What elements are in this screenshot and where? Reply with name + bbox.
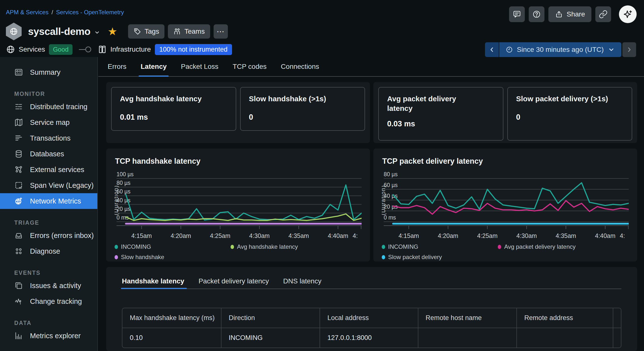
sidebar-item-external-services[interactable]: External services — [0, 162, 97, 178]
tab-connections[interactable]: Connections — [281, 57, 319, 76]
sidebar-section-data: DATA — [0, 318, 97, 328]
time-forward-button[interactable] — [622, 42, 636, 57]
stat-title: Avg packet delivery latency — [387, 94, 468, 113]
breadcrumb-separator: / — [51, 9, 53, 16]
copy-link-button[interactable] — [595, 6, 611, 22]
sidebar-item-span-view[interactable]: Span View (Legacy) — [0, 178, 97, 193]
svg-text:4:40am: 4:40am — [328, 232, 348, 239]
services-globe-icon — [6, 45, 15, 54]
tab-packet-loss[interactable]: Packet Loss — [181, 57, 218, 76]
status-row: Services Good Infrastructure 100% not in… — [6, 42, 232, 56]
stat-card-slow-handshake: Slow handshake (>1s) 0 — [240, 87, 365, 131]
latency-tables-panel: Handshake latency Packet delivery latenc… — [106, 267, 637, 351]
time-range-dropdown[interactable]: Since 30 minutes ago (UTC) — [499, 42, 622, 57]
legend-item[interactable]: INCOMING — [114, 243, 230, 250]
sidebar-item-transactions[interactable]: Transactions — [0, 130, 97, 146]
ellipsis-icon: ⋯ — [216, 27, 225, 36]
svg-text:4:35am: 4:35am — [556, 232, 576, 239]
handshake-latency-table: Max handshake latency (ms) Direction Loc… — [122, 308, 622, 348]
column-direction[interactable]: Direction — [221, 308, 320, 328]
column-local-address[interactable]: Local address — [320, 308, 418, 328]
stat-card-avg-packet-delivery: Avg packet delivery latency 0.03 ms — [378, 87, 504, 140]
infrastructure-icon — [98, 45, 107, 54]
sidebar-item-errors-inbox[interactable]: Errors (errors inbox) — [0, 228, 97, 243]
connector-line — [79, 46, 91, 52]
errors-inbox-icon — [14, 231, 23, 240]
stat-card-slow-packet-delivery: Slow packet delivery (>1s) 0 — [507, 87, 632, 140]
legend-item[interactable]: Avg packet delivery latency — [498, 243, 629, 250]
stat-card-avg-handshake: Avg handshake latency 0.01 ms — [111, 87, 236, 131]
tcp-handshake-latency-chart[interactable]: 0 ms20 µs40 µs60 µs80 µs100 µs(Duration)… — [114, 167, 362, 241]
more-options-button[interactable]: ⋯ — [214, 24, 228, 38]
stat-value: 0 — [249, 113, 356, 122]
entity-name: syscall-demo — [28, 26, 90, 37]
sidebar-section-triage: TRIAGE — [0, 218, 97, 228]
legend-item[interactable]: INCOMING — [382, 243, 498, 250]
sidebar-item-databases[interactable]: Databases — [0, 146, 97, 162]
services-status-badge[interactable]: Good — [49, 44, 72, 55]
tcp-packet-delivery-latency-chart[interactable]: 0 ms20 µs40 µs60 µs80 µs(Duration)4:15am… — [382, 167, 629, 241]
chart-legend: INCOMINGAvg handshake latencySlow handsh… — [114, 243, 362, 260]
svg-text:4:15am: 4:15am — [398, 232, 419, 239]
svg-text:4:30am: 4:30am — [516, 232, 537, 239]
sidebar-item-summary[interactable]: Summary — [0, 64, 97, 80]
legend-label: Slow handshake — [121, 254, 164, 260]
sidebar-section-events: EVENTS — [0, 268, 97, 278]
tcp-handshake-latency-panel: TCP handshake latency 0 ms20 µs40 µs60 µ… — [106, 148, 370, 262]
sidebar-item-issues-activity[interactable]: Issues & activity — [0, 278, 97, 294]
infrastructure-badge[interactable]: 100% not instrumented — [155, 44, 232, 55]
svg-text:4:: 4: — [353, 232, 358, 239]
tab-handshake-latency[interactable]: Handshake latency — [122, 274, 184, 288]
tab-errors[interactable]: Errors — [108, 57, 126, 76]
breadcrumb-link-services[interactable]: Services - OpenTelemetry — [56, 9, 124, 16]
databases-icon — [14, 150, 23, 158]
sidebar-item-metrics-explorer[interactable]: Metrics explorer — [0, 328, 97, 344]
sidebar-item-change-tracking[interactable]: Change tracking — [0, 294, 97, 309]
favorite-star-button[interactable]: ★ — [108, 26, 117, 37]
tab-packet-delivery-latency[interactable]: Packet delivery latency — [198, 274, 269, 288]
table-header-row: Max handshake latency (ms) Direction Loc… — [122, 308, 621, 328]
tags-button[interactable]: Tags — [128, 24, 164, 38]
legend-item[interactable]: Avg handshake latency — [230, 243, 362, 250]
page-tabs: Errors Latency Packet Loss TCP codes Con… — [98, 57, 644, 77]
table-row[interactable]: 0.10 INCOMING 127.0.0.1:8000 — [122, 328, 621, 348]
tab-tcp-codes[interactable]: TCP codes — [233, 57, 267, 76]
entity-name-dropdown[interactable]: syscall-demo — [22, 26, 100, 37]
legend-item[interactable]: Slow packet delivery — [382, 254, 498, 260]
tag-icon — [134, 28, 141, 36]
tab-dns-latency[interactable]: DNS latency — [283, 274, 322, 288]
legend-dot — [498, 245, 501, 249]
column-max-handshake-latency[interactable]: Max handshake latency (ms) — [122, 308, 221, 328]
breadcrumb-link-apm[interactable]: APM & Services — [6, 9, 48, 16]
latency-table-tabs: Handshake latency Packet delivery latenc… — [122, 274, 622, 289]
time-back-button[interactable] — [485, 42, 499, 57]
chevron-down-icon — [94, 29, 100, 36]
column-remote-address[interactable]: Remote address — [517, 308, 613, 328]
external-services-icon — [14, 165, 23, 174]
stat-title: Avg handshake latency — [120, 94, 227, 104]
tab-latency[interactable]: Latency — [140, 57, 167, 76]
column-remote-host-name[interactable]: Remote host name — [418, 308, 517, 328]
app-window: APM & Services/Services - OpenTelemetry … — [0, 0, 644, 351]
ai-sparkle-icon — [622, 9, 633, 20]
teams-button[interactable]: Teams — [168, 24, 210, 38]
cell-local-address: 127.0.0.1:8000 — [320, 328, 418, 348]
ai-assistant-button[interactable] — [619, 6, 637, 23]
cell-remote-address — [517, 328, 613, 348]
legend-label: INCOMING — [121, 243, 151, 250]
transactions-icon — [14, 134, 23, 142]
share-button[interactable]: Share — [548, 6, 592, 22]
metrics-explorer-icon — [14, 331, 23, 340]
sidebar-item-diagnose[interactable]: Diagnose — [0, 243, 97, 259]
sidebar-item-distributed-tracing[interactable]: Distributed tracing — [0, 99, 97, 114]
feedback-button[interactable] — [509, 6, 525, 22]
help-button[interactable] — [529, 6, 544, 22]
legend-item[interactable]: Slow handshake — [114, 254, 230, 260]
sidebar-item-network-metrics[interactable]: Network Metrics — [0, 193, 97, 209]
service-map-icon — [14, 118, 23, 127]
distributed-tracing-icon — [14, 102, 23, 111]
services-label: Services — [19, 46, 45, 53]
legend-label: Avg packet delivery latency — [504, 243, 576, 250]
sidebar-item-service-map[interactable]: Service map — [0, 114, 97, 130]
diagnose-icon — [14, 247, 23, 256]
